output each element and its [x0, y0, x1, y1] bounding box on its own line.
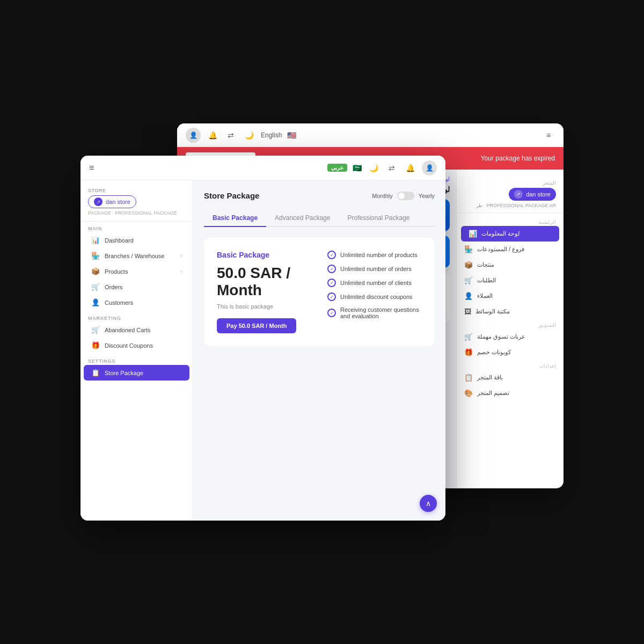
back-store-label: المتجر — [464, 180, 556, 186]
expired-msg: Your package has expired — [481, 155, 555, 162]
back-nav-customers-label: العملاء — [477, 292, 493, 299]
front-orders-icon: 🛒 — [91, 283, 100, 291]
back-nav-media[interactable]: مكتبة الوسائط 🖼 — [457, 304, 564, 319]
back-carts-icon: 🛒 — [464, 333, 473, 341]
back-flag-icon: 🇺🇸 — [287, 131, 296, 140]
front-nav-customers[interactable]: 👤 Customers — [84, 295, 189, 310]
front-carts-icon: 🛒 — [91, 326, 100, 334]
tab-basic[interactable]: Basic Package — [204, 210, 266, 227]
back-store-chip[interactable]: dan store ↗ — [509, 188, 556, 201]
front-nav-dashboard-label: Dashboard — [105, 237, 134, 244]
back-nav-coupons[interactable]: كوبونات خصم 🎁 — [457, 345, 564, 360]
back-nav-customers[interactable]: العملاء 👤 — [457, 288, 564, 304]
front-nav-orders[interactable]: 🛒 Orders — [84, 279, 189, 295]
pkg-tabs: Basic Package Advanced Package Professio… — [204, 210, 435, 227]
front-branches-chevron: › — [180, 253, 182, 259]
tab-professional[interactable]: Professional Package — [339, 210, 418, 227]
front-nav-store-pkg-label: Store Package — [105, 370, 143, 376]
back-products-icon: 📦 — [464, 261, 473, 269]
lang-badge[interactable]: عربي — [327, 164, 347, 172]
back-share-icon[interactable]: ↗ — [514, 190, 523, 199]
back-menu-icon[interactable]: ≡ — [542, 129, 555, 142]
back-avatar: 👤 — [186, 128, 201, 143]
front-store-chip[interactable]: ↗ dan store — [88, 195, 136, 208]
back-store-section: المتجر dan store ↗ PROFESSIONAL PACKAGE … — [457, 176, 564, 213]
back-nav-pkg-label: باقة المتجر — [477, 374, 503, 381]
back-lang-label: English — [261, 131, 282, 139]
front-avatar[interactable]: 👤 — [422, 160, 437, 175]
back-nav-design[interactable]: تصميم المتجر 🎨 — [457, 385, 564, 401]
plan-desc: This is basic package — [217, 303, 311, 310]
pay-button[interactable]: Pay 50.0 SAR / Month — [217, 318, 296, 333]
front-branches-icon: 🏪 — [91, 252, 100, 260]
feature-label-5: Receiving customer questions and evaluat… — [340, 306, 422, 319]
back-sidebar: المتجر dan store ↗ PROFESSIONAL PACKAGE … — [456, 170, 564, 487]
back-moon-icon[interactable]: 🌙 — [243, 129, 255, 142]
front-customers-icon: 👤 — [91, 298, 100, 306]
back-store-name: dan store — [526, 191, 551, 197]
check-icon-2: ✓ — [327, 265, 336, 273]
front-nav-products[interactable]: 📦 Products › — [84, 264, 189, 279]
check-icon-3: ✓ — [327, 279, 336, 287]
plan-features: ✓ Unlimited number of products ✓ Unlimit… — [327, 251, 422, 333]
front-moon-icon[interactable]: 🌙 — [367, 162, 380, 174]
back-section-settings: إعدادات — [457, 360, 564, 370]
check-icon-4: ✓ — [327, 292, 336, 301]
feature-1: ✓ Unlimited number of products — [327, 251, 422, 259]
back-pkg-label: PROFESSIONAL PACKAGE AR · طر — [464, 203, 556, 208]
front-nav-coupons[interactable]: 🎁 Discount Coupons — [84, 338, 189, 353]
check-icon-5: ✓ — [327, 309, 336, 317]
back-bell-icon[interactable]: 🔔 — [206, 129, 219, 142]
front-nav-orders-label: Orders — [105, 284, 123, 290]
back-branches-icon: 🏪 — [464, 245, 473, 253]
front-main: Store Package Monthly Yearly Basic Packa… — [193, 180, 445, 521]
front-nav-coupons-label: Discount Coupons — [105, 342, 153, 349]
billing-yearly: Yearly — [419, 193, 435, 199]
back-nav-orders-label: الطلبات — [477, 277, 496, 284]
billing-switch[interactable] — [397, 192, 414, 200]
billing-toggle: Monthly Yearly — [372, 192, 435, 200]
front-nav-store-pkg[interactable]: 📋 Store Package — [84, 365, 189, 380]
back-nav-orders[interactable]: الطلبات 🛒 — [457, 273, 564, 288]
back-dashboard-icon: 📊 — [469, 230, 477, 238]
back-nav-dashboard-label: لوحة المعلومات — [481, 230, 519, 237]
back-arrows-icon[interactable]: ⇄ — [224, 129, 237, 142]
plan-price: 50.0 SAR / Month — [217, 265, 311, 299]
back-nav-carts-label: عربات تسوق مهملة — [477, 333, 525, 340]
back-section-marketing: التسويق — [457, 319, 564, 329]
scroll-top-button[interactable]: ∧ — [420, 495, 437, 512]
front-dashboard-icon: 📊 — [91, 236, 100, 244]
back-nav-products-label: منتجات — [477, 261, 494, 268]
back-nav-carts[interactable]: عربات تسوق مهملة 🛒 — [457, 329, 564, 345]
scene: 👤 🔔 ⇄ 🌙 English 🇺🇸 ≡ Renew Subscription … — [80, 113, 564, 531]
front-nav-carts-label: Abandoned Carts — [105, 327, 151, 333]
feature-4: ✓ Unlimited discount coupons — [327, 292, 422, 301]
front-nav-carts[interactable]: 🛒 Abandoned Carts — [84, 322, 189, 338]
feature-label-3: Unlimited number of clients — [340, 280, 412, 286]
front-nav-branches[interactable]: 🏪 Branches / Warehouse › — [84, 248, 189, 264]
feature-label-4: Unlimited discount coupons — [340, 294, 413, 300]
feature-2: ✓ Unlimited number of orders — [327, 265, 422, 273]
back-nav-pkg[interactable]: باقة المتجر 📋 — [457, 370, 564, 385]
billing-monthly: Monthly — [372, 193, 393, 199]
feature-5: ✓ Receiving customer questions and evalu… — [327, 306, 422, 319]
front-nav-customers-label: Customers — [105, 299, 133, 306]
back-section-main: الرئيسية — [457, 216, 564, 226]
back-nav-design-label: تصميم المتجر — [477, 390, 509, 397]
front-flag-icon: 🇸🇦 — [353, 164, 362, 172]
front-nav-dashboard[interactable]: 📊 Dashboard — [84, 232, 189, 248]
tab-advanced[interactable]: Advanced Package — [266, 210, 339, 227]
front-arrows-icon[interactable]: ⇄ — [385, 162, 398, 174]
front-bell-icon[interactable]: 🔔 — [404, 162, 416, 174]
front-share-icon[interactable]: ↗ — [94, 197, 103, 206]
back-nav-dashboard[interactable]: لوحة المعلومات 📊 — [461, 226, 559, 241]
feature-label-1: Unlimited number of products — [340, 252, 418, 258]
back-nav-branches[interactable]: فروع / المستودعات 🏪 — [457, 241, 564, 257]
back-customers-icon: 👤 — [464, 292, 473, 300]
back-topbar: 👤 🔔 ⇄ 🌙 English 🇺🇸 ≡ — [177, 123, 564, 147]
front-store-name: dan store — [106, 199, 130, 205]
back-nav-products[interactable]: منتجات 📦 — [457, 257, 564, 273]
hamburger-icon[interactable]: ≡ — [89, 163, 94, 173]
front-store-label: STORE — [88, 188, 185, 193]
front-section-marketing: MARKETING — [80, 316, 193, 321]
